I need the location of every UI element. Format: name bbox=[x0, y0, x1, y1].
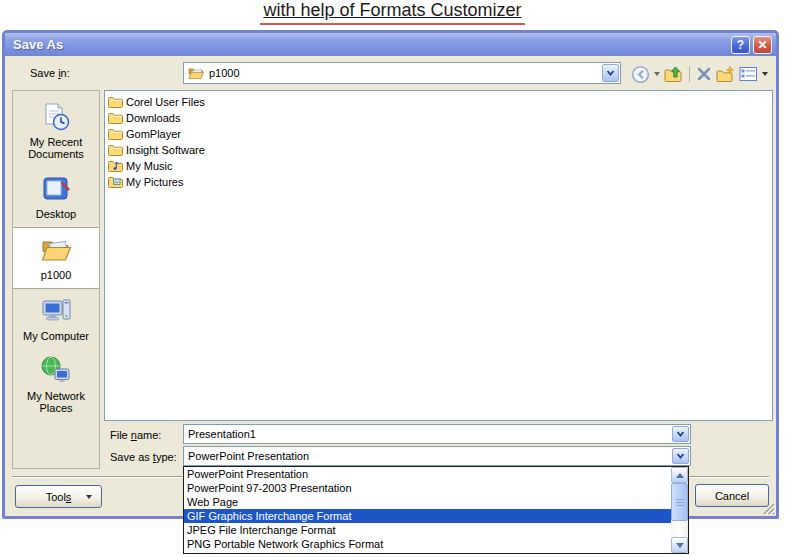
save-as-type-label: Save as type: bbox=[110, 451, 177, 463]
place-label: My Network Places bbox=[15, 390, 97, 414]
places-bar: My Recent Documents Desktop bbox=[12, 90, 100, 469]
file-name: My Music bbox=[126, 160, 172, 172]
music-folder-icon bbox=[108, 160, 123, 172]
create-new-folder-icon[interactable] bbox=[716, 66, 735, 83]
file-row[interactable]: GomPlayer bbox=[108, 126, 772, 142]
chevron-down-icon bbox=[606, 69, 615, 77]
file-row[interactable]: My Pictures bbox=[108, 174, 772, 190]
views-icon[interactable] bbox=[739, 66, 758, 82]
desktop-icon bbox=[40, 173, 72, 205]
scroll-down-arrow-icon bbox=[676, 543, 684, 548]
file-list: Corel User Files Downloads GomPlayer Ins… bbox=[104, 90, 773, 421]
folder-icon bbox=[108, 128, 123, 140]
open-folder-icon bbox=[188, 66, 204, 80]
close-button[interactable]: ✕ bbox=[753, 36, 772, 54]
type-option-selected[interactable]: GIF Graphics Interchange Format bbox=[184, 509, 671, 523]
scrollbar-thumb[interactable] bbox=[671, 483, 688, 521]
place-label: p1000 bbox=[41, 269, 72, 281]
file-name: My Pictures bbox=[126, 176, 183, 188]
file-name: Corel User Files bbox=[126, 96, 205, 108]
scroll-up-button[interactable] bbox=[671, 467, 688, 483]
save-in-label: Save in: bbox=[30, 67, 70, 79]
type-option[interactable]: PNG Portable Network Graphics Format bbox=[184, 537, 671, 551]
save-in-combobox[interactable]: p1000 bbox=[183, 62, 621, 84]
file-row[interactable]: My Music bbox=[108, 158, 772, 174]
cancel-button-label: Cancel bbox=[715, 490, 749, 502]
resize-grip-icon[interactable] bbox=[762, 502, 775, 515]
place-label: My Computer bbox=[23, 330, 89, 342]
type-option[interactable]: Web Page bbox=[184, 495, 671, 509]
views-dropdown-icon[interactable] bbox=[762, 72, 768, 76]
type-option[interactable]: PowerPoint 97-2003 Presentation bbox=[184, 481, 671, 495]
toolbar-separator bbox=[689, 66, 690, 82]
recent-documents-icon bbox=[40, 101, 72, 133]
place-my-computer[interactable]: My Computer bbox=[13, 289, 99, 349]
scroll-up-arrow-icon bbox=[676, 473, 684, 478]
file-name-combobox[interactable]: Presentation1 bbox=[183, 424, 691, 444]
folder-icon bbox=[108, 112, 123, 124]
file-row[interactable]: Insight Software bbox=[108, 142, 772, 158]
page-heading-wrap: with help of Formats Customizer bbox=[0, 0, 785, 25]
folder-icon bbox=[108, 144, 123, 156]
dropdown-scrollbar[interactable] bbox=[671, 467, 688, 553]
scroll-down-button[interactable] bbox=[671, 537, 688, 553]
save-in-dropdown-arrow[interactable] bbox=[602, 64, 619, 82]
place-label: Desktop bbox=[36, 208, 76, 220]
save-as-type-dropdown-arrow[interactable] bbox=[672, 448, 689, 464]
file-name: Downloads bbox=[126, 112, 180, 124]
tools-button[interactable]: Tools bbox=[15, 485, 102, 508]
place-desktop[interactable]: Desktop bbox=[13, 167, 99, 227]
save-as-dialog: Save As ? ✕ Save in: p1000 bbox=[2, 30, 779, 519]
save-as-type-value: PowerPoint Presentation bbox=[188, 450, 309, 462]
back-dropdown-icon[interactable] bbox=[654, 72, 660, 76]
dialog-body: Save in: p1000 bbox=[5, 56, 776, 516]
pictures-folder-icon bbox=[108, 176, 123, 188]
dialog-title: Save As bbox=[13, 37, 728, 52]
tools-button-label: Tools bbox=[46, 491, 72, 503]
folder-icon bbox=[108, 96, 123, 108]
file-name: Insight Software bbox=[126, 144, 205, 156]
delete-icon[interactable] bbox=[696, 66, 712, 82]
save-as-type-combobox[interactable]: PowerPoint Presentation bbox=[183, 446, 691, 466]
file-name-label: File name: bbox=[110, 429, 161, 441]
my-network-places-icon bbox=[40, 355, 72, 387]
file-row[interactable]: Downloads bbox=[108, 110, 772, 126]
tools-dropdown-icon bbox=[86, 495, 92, 499]
place-p1000[interactable]: p1000 bbox=[13, 227, 99, 289]
help-button[interactable]: ? bbox=[731, 36, 750, 54]
save-in-value: p1000 bbox=[209, 67, 240, 79]
scrollbar-grip-icon bbox=[676, 499, 684, 506]
my-computer-icon bbox=[40, 295, 72, 327]
chevron-down-icon bbox=[676, 452, 685, 460]
type-option[interactable]: PowerPoint Presentation bbox=[184, 467, 671, 481]
up-one-level-icon[interactable] bbox=[664, 66, 683, 83]
file-row[interactable]: Corel User Files bbox=[108, 94, 772, 110]
dialog-toolbar bbox=[631, 64, 768, 84]
place-my-network-places[interactable]: My Network Places bbox=[13, 349, 99, 421]
page-heading: with help of Formats Customizer bbox=[260, 0, 524, 25]
cancel-button[interactable]: Cancel bbox=[695, 484, 769, 507]
type-option[interactable]: JPEG File Interchange Format bbox=[184, 523, 671, 537]
chevron-down-icon bbox=[676, 430, 685, 438]
place-my-recent-documents[interactable]: My Recent Documents bbox=[13, 95, 99, 167]
file-name-dropdown-arrow[interactable] bbox=[672, 426, 689, 442]
place-label: My Recent Documents bbox=[15, 136, 97, 160]
titlebar[interactable]: Save As ? ✕ bbox=[5, 33, 776, 56]
file-name: GomPlayer bbox=[126, 128, 181, 140]
open-folder-icon bbox=[40, 234, 72, 266]
save-as-type-dropdown-list: PowerPoint Presentation PowerPoint 97-20… bbox=[183, 466, 689, 554]
back-icon[interactable] bbox=[631, 65, 650, 84]
file-name-value: Presentation1 bbox=[188, 428, 256, 440]
